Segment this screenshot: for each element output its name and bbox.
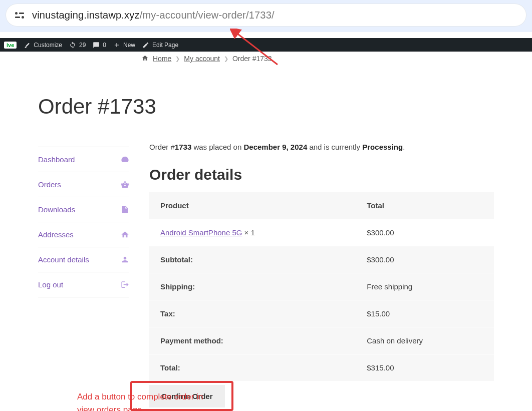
table-row: Payment method:Cash on delivery (149, 327, 494, 354)
customize-link[interactable]: Customize (24, 42, 62, 49)
pencil-icon (142, 42, 149, 49)
wp-admin-bar: ive Customize 29 0 New Edit Page (0, 38, 532, 52)
comments-link[interactable]: 0 (93, 42, 106, 49)
th-product: Product (149, 192, 356, 219)
basket-icon (121, 180, 129, 189)
user-icon (121, 255, 129, 264)
nav-orders[interactable]: Orders (38, 172, 129, 197)
nav-addresses[interactable]: Addresses (38, 222, 129, 247)
annotation-text: Add a button to complete order inview or… (77, 390, 203, 411)
nav-dashboard[interactable]: Dashboard (38, 147, 129, 172)
nav-logout[interactable]: Log out (38, 272, 129, 297)
table-row: Android SmartPhone 5G × 1 $300.00 (149, 219, 494, 246)
cell-total: $300.00 (356, 219, 494, 246)
comment-icon (93, 42, 100, 49)
breadcrumb-account[interactable]: My account (184, 55, 220, 63)
url-text[interactable]: vinustaging.instawp.xyz/my-account/view-… (32, 10, 275, 21)
th-total: Total (356, 192, 494, 219)
edit-page-link[interactable]: Edit Page (142, 42, 178, 49)
table-row: Tax:$15.00 (149, 300, 494, 327)
breadcrumb-current: Order #1733 (232, 55, 272, 63)
file-icon (121, 205, 129, 214)
nav-account-details[interactable]: Account details (38, 247, 129, 272)
order-details-table: Product Total Android SmartPhone 5G × 1 … (149, 192, 494, 381)
cell-product: Android SmartPhone 5G × 1 (149, 219, 356, 246)
refresh-icon (69, 42, 76, 49)
logout-icon (121, 280, 129, 289)
home-icon (121, 230, 129, 239)
brush-icon (24, 42, 31, 49)
table-row: Total:$315.00 (149, 354, 494, 381)
order-status-line: Order #1733 was placed on December 9, 20… (149, 143, 494, 151)
table-row: Subtotal:$300.00 (149, 246, 494, 273)
product-qty: × 1 (244, 228, 255, 237)
updates-link[interactable]: 29 (69, 42, 86, 49)
home-icon (141, 55, 149, 63)
order-details-heading: Order details (149, 166, 494, 183)
page-title: Order #1733 (38, 95, 519, 119)
new-link[interactable]: New (113, 42, 135, 49)
nav-downloads[interactable]: Downloads (38, 197, 129, 222)
order-content: Order #1733 was placed on December 9, 20… (149, 143, 494, 407)
product-link[interactable]: Android SmartPhone 5G (160, 228, 242, 237)
table-header-row: Product Total (149, 192, 494, 219)
plus-icon (113, 42, 120, 49)
dashboard-icon (121, 155, 129, 164)
breadcrumb-home[interactable]: Home (153, 55, 171, 63)
table-row: Shipping:Free shipping (149, 273, 494, 300)
account-nav: Dashboard Orders Downloads Addresses Acc… (38, 147, 129, 407)
site-info-icon[interactable] (15, 10, 25, 20)
live-badge: ive (4, 42, 17, 49)
browser-url-bar: vinustaging.instawp.xyz/my-account/view-… (0, 0, 532, 32)
url-input-wrapper[interactable]: vinustaging.instawp.xyz/my-account/view-… (6, 4, 526, 26)
breadcrumb: Home ❯ My account ❯ Order #1733 (0, 52, 532, 64)
